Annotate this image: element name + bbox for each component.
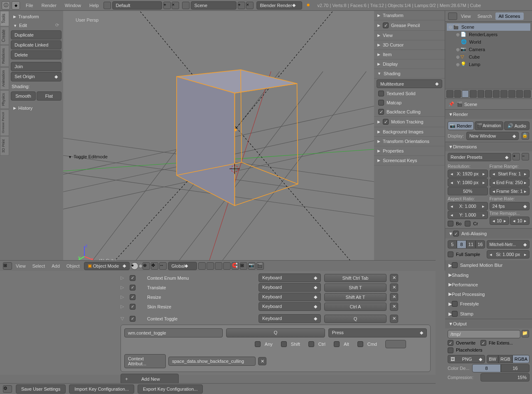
out-world[interactable]: 🌐World [447,38,530,46]
scene-del-icon[interactable]: × [246,2,254,9]
n-bg[interactable]: ▶Background Images [374,127,445,137]
kb-key-2[interactable]: Shift Alt T [324,293,387,301]
compression-field[interactable]: 15% [480,373,530,382]
mode-dropdown[interactable]: ▣ Object Mode◆ [84,262,130,270]
outliner-editor-icon[interactable] [448,12,457,20]
res-pct[interactable]: 50% [448,187,488,195]
manip-icon[interactable]: ✥ [151,262,158,270]
aa-section[interactable]: ▼Anti-Aliasing [445,229,532,239]
tab-physics[interactable]: Physics [0,90,9,109]
layer-1[interactable] [198,262,206,270]
output-path[interactable]: /tmp/ [448,330,520,338]
delete-button[interactable]: Delete [11,50,62,59]
key-field[interactable]: Q [226,328,325,337]
snap-icon[interactable]: 🧲 [232,262,239,270]
info-editor-icon[interactable]: ⓘ [2,1,10,10]
matcap-check[interactable]: Matcap [374,98,445,107]
kb-type-ex[interactable]: Keyboard◆ [259,314,321,323]
ptab-world[interactable] [478,90,485,98]
mod-any[interactable] [255,341,261,347]
layer-3[interactable] [215,262,222,270]
tab-3dprint[interactable]: 3D Print [0,136,9,156]
lock-icon[interactable]: 🔒 [522,132,529,140]
kb-key-3[interactable]: Ctrl A [324,303,387,311]
menu-file[interactable]: File [22,3,37,8]
kb-del-2[interactable]: ✕ [390,293,398,301]
grease-check[interactable]: ✓ [383,22,389,28]
duplicate-button[interactable]: Duplicate [11,30,62,39]
outliner-filter[interactable]: All Scenes [495,12,524,20]
ptab-modifiers[interactable] [500,90,507,98]
tab-grease[interactable]: Grease Pencil [0,109,9,136]
expand-icon[interactable]: ▷ [121,275,126,281]
animation-button[interactable]: 🎬Animation [475,121,503,130]
layout-del-icon[interactable]: × [172,2,179,9]
fileext-check[interactable] [480,340,486,346]
extra-key-input[interactable] [385,340,406,348]
pin-icon[interactable]: 📌 [448,101,454,107]
layout-add-icon[interactable]: + [163,2,171,9]
add-new-button[interactable]: ＋Add New [121,374,179,384]
aa-size[interactable]: ◂Si: 1.000 px▸ [487,250,530,259]
n-orient[interactable]: ▶Transform Orientations [374,137,445,146]
tab-relations[interactable]: Relations [0,45,9,67]
color-rgba[interactable]: RGBA [512,355,530,363]
out-lamp[interactable]: ⊕💡Lamp [447,61,530,68]
n-grease[interactable]: ▶✓Grease Pencil [374,20,445,31]
fps-dropdown[interactable]: 24 fps◆ [490,202,530,210]
ptab-object[interactable] [485,90,492,98]
mod-ctrl[interactable] [308,341,314,347]
stamp-section[interactable]: ▶Stamp [445,309,532,319]
performance-section[interactable]: ▶Performance [445,280,532,289]
scene-dropdown[interactable]: Scene [191,1,236,10]
asp-x[interactable]: ◂X: 1.000▸ [448,202,488,210]
remap-new[interactable]: ◂10▸ [510,217,530,225]
kb-enable-0[interactable] [130,275,135,281]
menu-render[interactable]: Render [37,3,61,8]
n-screencast[interactable]: ▶Screencast Keys [374,156,445,165]
snap-type-icon[interactable]: ⊞ [240,262,247,270]
vf-object[interactable]: Object [63,263,83,268]
depth-8[interactable]: 8 [472,364,501,372]
vf-view[interactable]: View [12,263,29,268]
kb-del-1[interactable]: ✕ [390,283,398,292]
display-dropdown[interactable]: New Window◆ [466,132,519,140]
kb-key-ex[interactable]: Q [324,315,387,323]
attr-clear[interactable]: ✕ [258,357,266,365]
motion-blur-section[interactable]: ▶Sampled Motion Blur [445,260,532,270]
aa-16[interactable]: 16 [475,240,485,249]
border-check[interactable] [448,221,453,227]
preset-del-icon[interactable]: − [522,153,529,160]
n-motion[interactable]: ▶✓Motion Tracking [374,116,445,127]
tab-editor-icon[interactable] [446,90,453,98]
mod-alt[interactable] [334,341,340,347]
render-button[interactable]: 📷 Render [448,121,474,130]
textured-solid-check[interactable]: Textured Solid [374,89,445,98]
kb-del-ex[interactable]: ✕ [390,315,398,323]
frame-step[interactable]: ◂Frame Ste: 1▸ [490,187,530,195]
kb-enable-3[interactable] [130,304,135,310]
layer-4[interactable] [223,262,231,270]
remap-old[interactable]: ◂10▸ [490,217,509,225]
kb-enable-ex[interactable] [130,316,135,322]
ptab-render-layers[interactable] [462,90,469,98]
outliner-tree[interactable]: ⊖🎬Scene ⊕📄RenderLayers 🌐World ⊕📷Camera ⊕… [445,22,532,89]
vf-add[interactable]: Add [48,263,63,268]
n-cursor[interactable]: ▶3D Cursor [374,40,445,50]
aa-11[interactable]: 11 [466,240,475,249]
save-settings-button[interactable]: Save User Settings [16,384,66,394]
kb-del-3[interactable]: ✕ [390,303,398,311]
expand-icon[interactable]: ▷ [121,304,126,309]
vf-select[interactable]: Select [29,263,49,268]
kb-key-1[interactable]: Shift T [324,283,387,292]
n-view[interactable]: ▶View [374,31,445,40]
orient-dropdown[interactable]: Global◆ [168,262,197,270]
n-transform[interactable]: ▶Transform [374,11,445,20]
ptab-material[interactable] [516,90,523,98]
layer-2[interactable] [207,262,214,270]
expand-icon[interactable]: ▷ [121,285,126,290]
kb-del-0[interactable]: ✕ [390,274,398,282]
kb-enable-1[interactable] [130,285,135,291]
asp-y[interactable]: ◂Y: 1.000▸ [448,211,488,219]
output-section[interactable]: ▼Output [445,319,532,328]
